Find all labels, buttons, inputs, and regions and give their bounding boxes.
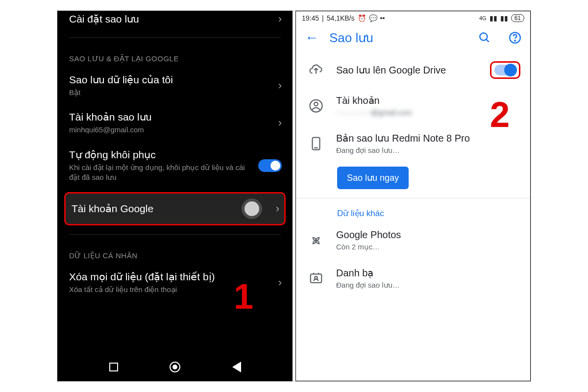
settings-item-google-account[interactable]: Tài khoản Google › bbox=[64, 192, 286, 225]
svg-line-1 bbox=[486, 39, 489, 42]
section-header-google-backup: SAO LƯU & ĐẶT LẠI GOOGLE bbox=[57, 43, 293, 67]
contact-card-icon bbox=[308, 271, 324, 286]
item-subtitle: Còn 2 mục… bbox=[336, 243, 520, 251]
app-bar: ← Sao lưu bbox=[296, 23, 530, 53]
annotation-step-1: 1 bbox=[234, 276, 253, 317]
settings-item-backup-my-data[interactable]: Sao lưu dữ liệu của tôi Bật › bbox=[57, 67, 293, 104]
item-title: Sao lưu dữ liệu của tôi bbox=[69, 74, 271, 86]
svg-rect-8 bbox=[311, 274, 322, 283]
status-net-speed: 54,1KB/s bbox=[327, 14, 355, 22]
item-title: Google Photos bbox=[336, 229, 520, 241]
item-title: Danh bạ bbox=[336, 267, 520, 279]
divider bbox=[69, 37, 281, 38]
item-title: Sao lưu lên Google Drive bbox=[336, 64, 478, 76]
section-header-other-data: Dữ liệu khác bbox=[296, 203, 530, 221]
signal-4g-icon: 4G bbox=[479, 15, 487, 21]
item-title: Tài khoản sao lưu bbox=[69, 111, 271, 123]
status-time: 19:45 bbox=[302, 14, 319, 22]
chevron-right-icon: › bbox=[269, 202, 279, 215]
section-header-personal-data: DỮ LIỆU CÁ NHÂN bbox=[57, 240, 293, 264]
home-button[interactable] bbox=[170, 362, 180, 372]
item-subtitle: Khi cài đặt lại một ứng dụng, khôi phục … bbox=[69, 163, 250, 183]
back-button[interactable] bbox=[232, 362, 241, 372]
settings-item-factory-reset[interactable]: Xóa mọi dữ liệu (đặt lại thiết bị) Xóa t… bbox=[57, 264, 293, 301]
auto-restore-toggle[interactable] bbox=[258, 159, 282, 172]
settings-item-auto-restore[interactable]: Tự động khôi phục Khi cài đặt lại một ứn… bbox=[57, 142, 293, 190]
person-circle-icon bbox=[308, 98, 324, 113]
item-subtitle: minhqui65@gmail.com bbox=[69, 125, 271, 135]
chevron-right-icon: › bbox=[271, 276, 282, 289]
chevron-right-icon: › bbox=[271, 117, 282, 129]
pinwheel-icon bbox=[308, 233, 324, 248]
chevron-right-icon: › bbox=[271, 13, 282, 25]
backup-now-button[interactable]: Sao lưu ngay bbox=[337, 167, 409, 189]
alarm-icon: ⏰ bbox=[358, 14, 366, 22]
drive-backup-toggle[interactable] bbox=[494, 65, 516, 75]
item-subtitle: Đang đợi sao lưu… bbox=[336, 146, 520, 155]
item-title: Tự động khôi phục bbox=[69, 149, 250, 161]
divider bbox=[296, 198, 530, 198]
page-title: Sao lưu bbox=[329, 30, 461, 46]
battery-icon: 61 bbox=[511, 14, 524, 22]
back-arrow-icon[interactable]: ← bbox=[305, 30, 318, 46]
messenger-icon: 💬 bbox=[369, 14, 377, 22]
svg-point-9 bbox=[315, 276, 318, 279]
signal-icon: ▮▮ bbox=[500, 14, 508, 22]
item-title: Cài đặt sao lưu bbox=[69, 13, 271, 25]
help-icon[interactable] bbox=[509, 31, 521, 44]
account-email: ·················@gmail.com bbox=[336, 108, 520, 117]
status-bar: 19:45 | 54,1KB/s ⏰ 💬 •• 4G ▮▮ ▮▮ 61 bbox=[296, 11, 530, 23]
phone-device-icon bbox=[308, 136, 324, 151]
item-subtitle: Bật bbox=[69, 88, 271, 98]
loading-spinner-icon bbox=[245, 201, 259, 216]
chevron-right-icon: › bbox=[271, 79, 282, 92]
left-phone-screenshot: Cài đặt sao lưu › SAO LƯU & ĐẶT LẠI GOOG… bbox=[57, 11, 293, 381]
item-subtitle: Đang đợi sao lưu… bbox=[336, 281, 520, 290]
svg-point-3 bbox=[514, 40, 515, 41]
android-nav-bar bbox=[57, 353, 293, 381]
settings-item-backup-account[interactable]: Tài khoản sao lưu minhqui65@gmail.com › bbox=[57, 104, 293, 142]
recents-button[interactable] bbox=[109, 363, 118, 371]
photos-row[interactable]: Google Photos Còn 2 mục… bbox=[296, 221, 530, 259]
signal-icon: ▮▮ bbox=[490, 14, 497, 22]
backup-to-drive-row[interactable]: Sao lưu lên Google Drive bbox=[296, 53, 530, 87]
search-icon[interactable] bbox=[478, 31, 491, 44]
contacts-row[interactable]: Danh bạ Đang đợi sao lưu… bbox=[296, 259, 530, 297]
svg-point-0 bbox=[480, 33, 487, 40]
right-phone-screenshot: 19:45 | 54,1KB/s ⏰ 💬 •• 4G ▮▮ ▮▮ 61 ← Sa… bbox=[295, 11, 531, 381]
annotation-highlight-box bbox=[490, 61, 520, 79]
item-title: Tài khoản Google bbox=[72, 203, 153, 215]
status-separator: | bbox=[322, 14, 324, 22]
more-icon: •• bbox=[380, 14, 385, 22]
settings-item-backup-settings[interactable]: Cài đặt sao lưu › bbox=[57, 11, 293, 32]
divider bbox=[69, 234, 281, 235]
cloud-upload-icon bbox=[308, 63, 324, 77]
svg-point-5 bbox=[314, 102, 318, 106]
